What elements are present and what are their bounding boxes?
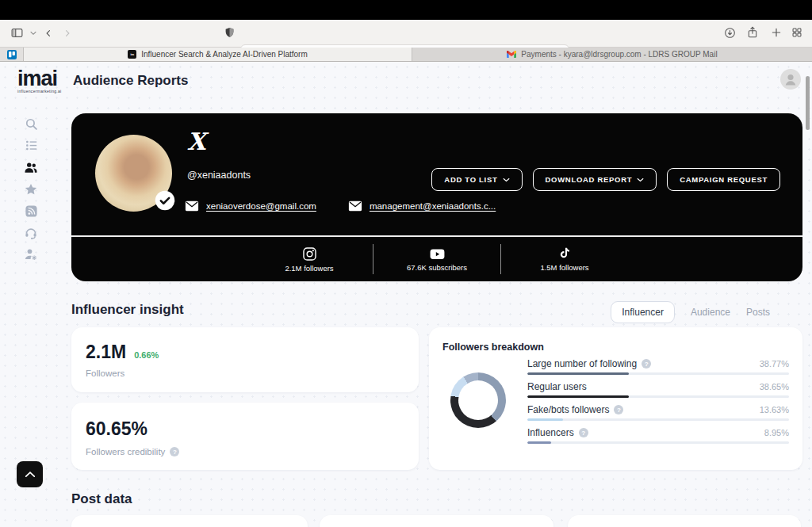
credibility-value: 60.65% bbox=[86, 418, 147, 440]
chevron-down-icon bbox=[503, 178, 510, 182]
tab-bar: im Influencer Search & Analyze AI-Driven… bbox=[0, 48, 812, 62]
lists-icon[interactable] bbox=[24, 139, 38, 153]
sidebar-chevron-down-icon[interactable] bbox=[30, 31, 36, 36]
instagram-stat[interactable]: 2.1M followers bbox=[246, 246, 373, 273]
breakdown-row: Regular users 38.65% bbox=[527, 381, 789, 398]
trello-icon bbox=[7, 50, 17, 59]
chevron-up-icon bbox=[25, 471, 36, 478]
credibility-label: Followers credibility bbox=[86, 447, 165, 456]
favorites-star-icon[interactable] bbox=[24, 182, 38, 197]
envelope-icon bbox=[185, 200, 199, 212]
imai-logo[interactable]: imai influencermarketing.ai bbox=[17, 68, 62, 94]
new-tab-icon[interactable] bbox=[771, 27, 782, 38]
breakdown-bar bbox=[527, 441, 789, 444]
tab-posts[interactable]: Posts bbox=[746, 307, 770, 318]
feed-rss-icon[interactable] bbox=[24, 204, 38, 218]
tab-title: Influencer Search & Analyze AI-Driven Pl… bbox=[141, 50, 308, 59]
chevron-down-icon bbox=[637, 178, 644, 182]
followers-count: 2.1M bbox=[86, 342, 126, 363]
help-icon[interactable]: ? bbox=[170, 447, 179, 456]
screen: ai.influencermarketing.ai im Influencer … bbox=[0, 0, 812, 527]
tab-title: Payments - kyara@ldrsgroup.com - LDRS GR… bbox=[521, 50, 717, 59]
privacy-shield-icon[interactable] bbox=[224, 26, 235, 40]
youtube-icon bbox=[429, 247, 446, 261]
pinned-tab-trello[interactable] bbox=[0, 48, 24, 61]
tab-gmail[interactable]: Payments - kyara@ldrsgroup.com - LDRS GR… bbox=[412, 48, 812, 61]
followers-label: Followers bbox=[86, 369, 124, 378]
followers-delta: 0.66% bbox=[134, 350, 159, 360]
share-icon[interactable] bbox=[747, 25, 758, 40]
breakdown-bar bbox=[527, 418, 789, 421]
breakdown-title: Followers breakdown bbox=[442, 342, 544, 353]
tiktok-stat[interactable]: 1.5M followers bbox=[501, 246, 628, 272]
mac-menubar bbox=[0, 0, 812, 20]
logo-subtext: influencermarketing.ai bbox=[17, 89, 62, 94]
breakdown-bar-fill bbox=[527, 441, 551, 444]
help-icon[interactable]: ? bbox=[614, 405, 623, 414]
page-title: Audience Reports bbox=[73, 73, 188, 89]
tab-overview-icon[interactable] bbox=[791, 27, 802, 38]
scroll-to-top-button[interactable] bbox=[17, 461, 43, 487]
followers-donut bbox=[450, 372, 506, 428]
tab-influencer-platform[interactable]: im Influencer Search & Analyze AI-Driven… bbox=[24, 48, 412, 61]
support-headset-icon[interactable] bbox=[24, 226, 38, 240]
credibility-stat-card: 60.65% Followers credibility ? bbox=[71, 403, 419, 470]
profile-card: X @xeniaadonts xeniaoverdose@gmail.com m… bbox=[71, 113, 802, 281]
back-button[interactable] bbox=[44, 27, 52, 40]
breakdown-value: 38.77% bbox=[760, 359, 789, 369]
breakdown-rows: Large number of following? 38.77% Regula… bbox=[527, 358, 789, 444]
add-to-list-button[interactable]: ADD TO LIST bbox=[431, 168, 522, 191]
forward-button[interactable] bbox=[63, 27, 71, 40]
social-stats-bar: 2.1M followers 67.6K subscribers 1.5M fo… bbox=[71, 237, 802, 281]
profile-actions: ADD TO LIST DOWNLOAD REPORT CAMPAIGN REQ… bbox=[431, 168, 780, 191]
breakdown-bar-fill bbox=[527, 395, 629, 398]
insight-tabs: Influencer Audience Posts bbox=[611, 300, 770, 324]
search-icon[interactable] bbox=[24, 116, 38, 131]
email-primary-link[interactable]: xeniaoverdose@gmail.com bbox=[206, 201, 316, 211]
download-report-button[interactable]: DOWNLOAD REPORT bbox=[533, 168, 657, 191]
downloads-icon[interactable] bbox=[724, 27, 736, 39]
tiktok-icon bbox=[558, 246, 571, 261]
breakdown-bar bbox=[527, 372, 789, 375]
sidebar bbox=[24, 116, 38, 262]
followers-stat-card: 2.1M 0.66% Followers bbox=[71, 327, 419, 392]
account-settings-icon[interactable] bbox=[24, 247, 38, 262]
post-data-card bbox=[71, 515, 308, 527]
help-icon[interactable]: ? bbox=[579, 428, 588, 437]
email-secondary-link[interactable]: management@xeniaadonts.c... bbox=[370, 201, 496, 211]
browser-toolbar: ai.influencermarketing.ai bbox=[0, 20, 812, 48]
post-data-card bbox=[320, 515, 553, 527]
page-scrollbar[interactable] bbox=[806, 76, 810, 130]
tab-audience[interactable]: Audience bbox=[691, 307, 730, 318]
influencer-handle: @xeniaadonts bbox=[187, 170, 251, 181]
person-icon bbox=[783, 71, 799, 87]
breakdown-bar-fill bbox=[527, 372, 629, 375]
user-avatar[interactable] bbox=[780, 69, 801, 90]
campaign-request-button[interactable]: CAMPAIGN REQUEST bbox=[667, 168, 780, 191]
breakdown-value: 13.63% bbox=[760, 405, 789, 414]
breakdown-value: 38.65% bbox=[760, 382, 789, 391]
tab-influencer[interactable]: Influencer bbox=[611, 301, 675, 323]
logo-wordmark: imai bbox=[17, 68, 62, 89]
sidebar-toggle-icon[interactable] bbox=[10, 26, 25, 40]
envelope-icon bbox=[348, 200, 362, 212]
influencers-icon[interactable] bbox=[24, 160, 38, 174]
verified-badge-icon bbox=[154, 189, 176, 212]
followers-breakdown-card: Followers breakdown Large number of foll… bbox=[429, 327, 802, 470]
post-data-card bbox=[568, 515, 801, 527]
youtube-stat[interactable]: 67.6K subscribers bbox=[373, 247, 500, 272]
insight-section-title: Influencer insight bbox=[71, 302, 184, 318]
help-icon[interactable]: ? bbox=[642, 359, 651, 369]
breakdown-row: Large number of following? 38.77% bbox=[527, 358, 789, 375]
breakdown-bar bbox=[527, 395, 789, 398]
email-row: xeniaoverdose@gmail.com management@xenia… bbox=[185, 200, 496, 212]
breakdown-row: Fake/bots followers? 13.63% bbox=[527, 404, 789, 421]
imai-favicon: im bbox=[128, 50, 136, 59]
breakdown-bar-fill bbox=[527, 418, 563, 421]
influencer-name: X bbox=[187, 128, 205, 155]
instagram-icon bbox=[302, 246, 317, 262]
breakdown-row: Influencers? 8.95% bbox=[527, 427, 789, 444]
post-data-title: Post data bbox=[71, 491, 132, 507]
breakdown-value: 8.95% bbox=[764, 428, 789, 437]
gmail-icon bbox=[507, 51, 516, 58]
